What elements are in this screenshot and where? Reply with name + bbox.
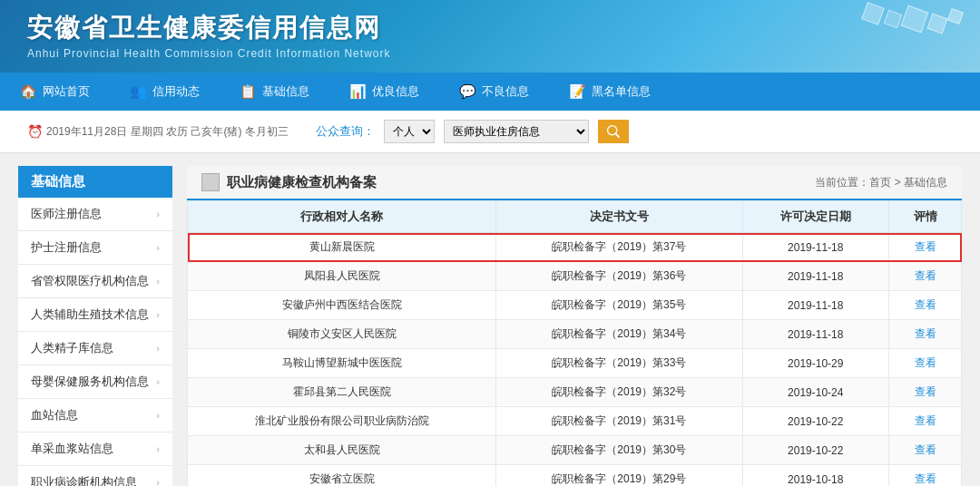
- sidebar-item-province[interactable]: 省管权限医疗机构信息 ›: [18, 265, 172, 298]
- sidebar-item-maternal[interactable]: 母婴保健服务机构信息 ›: [18, 365, 172, 399]
- view-link[interactable]: 查看: [915, 327, 936, 340]
- cell-link[interactable]: 查看: [889, 233, 962, 262]
- view-link[interactable]: 查看: [915, 298, 936, 311]
- cell-link[interactable]: 查看: [889, 465, 962, 487]
- cell-docno: 皖职检备字（2019）第36号: [496, 262, 742, 291]
- sidebar-assisted-label: 人类辅助生殖技术信息: [31, 306, 149, 323]
- cell-name: 安徽庐州中西医结合医院: [188, 291, 496, 320]
- home-icon: 🏠: [20, 83, 37, 100]
- type-select[interactable]: 个人 机构: [384, 120, 435, 143]
- clock-icon: ⏰: [27, 124, 43, 139]
- sidebar-item-plasma[interactable]: 单采血浆站信息 ›: [18, 433, 172, 466]
- col-date: 许可决定日期: [742, 201, 888, 233]
- nav-good[interactable]: 📊 优良信息: [329, 73, 439, 111]
- cell-docno: 皖职检备字（2019）第37号: [496, 233, 742, 262]
- nav-credit[interactable]: 👥 信用动态: [110, 73, 220, 111]
- cell-date: 2019-11-18: [742, 291, 888, 320]
- view-link[interactable]: 查看: [915, 269, 936, 282]
- sidebar-item-sperm[interactable]: 人类精子库信息 ›: [18, 332, 172, 365]
- cell-name: 淮北矿业股份有限公司职业病防治院: [188, 407, 496, 436]
- table-row: 安徽省立医院皖职检备字（2019）第29号2019-10-18查看: [188, 465, 962, 487]
- table-row: 铜陵市义安区人民医院皖职检备字（2019）第34号2019-11-18查看: [188, 320, 962, 349]
- arrow-icon-4: ›: [156, 309, 160, 320]
- cell-docno: 皖职检备字（2019）第32号: [496, 378, 742, 407]
- deco-cube-5: [947, 8, 964, 24]
- cell-name: 凤阳县人民医院: [188, 262, 496, 291]
- blacklist-icon: 📝: [569, 83, 586, 100]
- view-link[interactable]: 查看: [915, 385, 936, 398]
- cell-link[interactable]: 查看: [889, 378, 962, 407]
- query-select[interactable]: 医师执业住房信息 护士注册信息 其他信息: [444, 120, 589, 143]
- content-header: 职业病健康检查机构备案 当前位置：首页 > 基础信息: [187, 166, 962, 200]
- sidebar-occupational-label: 职业病诊断机构信息: [31, 474, 137, 486]
- sidebar-item-occupational[interactable]: 职业病诊断机构信息 ›: [18, 466, 172, 486]
- cell-docno: 皖职检备字（2019）第30号: [496, 436, 742, 465]
- cell-name: 铜陵市义安区人民医院: [188, 320, 496, 349]
- nav-basic-label: 基础信息: [262, 83, 309, 100]
- bad-icon: 💬: [459, 83, 476, 100]
- cell-link[interactable]: 查看: [889, 349, 962, 378]
- nav-basic[interactable]: 📋 基础信息: [220, 73, 329, 111]
- header-decoration: [864, 5, 962, 32]
- view-link[interactable]: 查看: [915, 240, 936, 253]
- title-icon: [201, 173, 220, 191]
- sidebar-item-doctor[interactable]: 医师注册信息 ›: [18, 198, 172, 231]
- sidebar-maternal-label: 母婴保健服务机构信息: [31, 374, 149, 390]
- nav-bad-label: 不良信息: [482, 83, 529, 100]
- sidebar-blood-label: 血站信息: [31, 407, 78, 423]
- col-docno: 决定书文号: [496, 201, 742, 233]
- view-link[interactable]: 查看: [915, 356, 936, 369]
- sidebar-item-nurse[interactable]: 护士注册信息 ›: [18, 231, 172, 265]
- cell-link[interactable]: 查看: [889, 436, 962, 465]
- deco-cube-1: [861, 2, 885, 25]
- col-name: 行政相对人名称: [188, 201, 496, 233]
- arrow-icon-7: ›: [156, 410, 160, 421]
- sidebar-plasma-label: 单采血浆站信息: [31, 441, 113, 457]
- deco-cube-2: [884, 10, 903, 29]
- site-subtitle: Anhui Provincial Health Commission Credi…: [27, 47, 953, 60]
- table-header-row: 行政相对人名称 决定书文号 许可决定日期 评情: [188, 201, 962, 233]
- search-icon: [607, 125, 620, 138]
- sidebar: 基础信息 医师注册信息 › 护士注册信息 › 省管权限医疗机构信息 › 人类辅助…: [18, 166, 172, 486]
- view-link[interactable]: 查看: [915, 443, 936, 456]
- sidebar-title: 基础信息: [18, 166, 172, 198]
- nav-blacklist-label: 黑名单信息: [592, 83, 651, 100]
- table-row: 凤阳县人民医院皖职检备字（2019）第36号2019-11-18查看: [188, 262, 962, 291]
- arrow-icon-1: ›: [156, 209, 160, 219]
- search-label: 公众查询：: [316, 123, 375, 140]
- content-title: 职业病健康检查机构备案: [227, 174, 377, 191]
- cell-date: 2019-11-18: [742, 233, 888, 262]
- cell-name: 黄山新晨医院: [188, 233, 496, 262]
- cell-date: 2019-10-18: [742, 465, 888, 487]
- cell-docno: 皖职检备字（2019）第29号: [496, 465, 742, 487]
- nav-home-label: 网站首页: [43, 83, 90, 100]
- cell-date: 2019-10-22: [742, 436, 888, 465]
- cell-date: 2019-10-24: [742, 378, 888, 407]
- arrow-icon-8: ›: [156, 443, 160, 454]
- cell-link[interactable]: 查看: [889, 262, 962, 291]
- good-icon: 📊: [349, 83, 367, 100]
- cell-date: 2019-10-22: [742, 407, 888, 436]
- date-text: 2019年11月28日 星期四 农历 己亥年(猪) 冬月初三: [46, 124, 289, 140]
- nav-bad[interactable]: 💬 不良信息: [439, 73, 549, 111]
- table-row: 太和县人民医院皖职检备字（2019）第30号2019-10-22查看: [188, 436, 962, 465]
- cell-link[interactable]: 查看: [889, 291, 962, 320]
- main-layout: 基础信息 医师注册信息 › 护士注册信息 › 省管权限医疗机构信息 › 人类辅助…: [0, 153, 980, 486]
- table-row: 霍邱县第二人民医院皖职检备字（2019）第32号2019-10-24查看: [188, 378, 962, 407]
- credit-icon: 👥: [130, 83, 147, 100]
- site-header: 安徽省卫生健康委信用信息网 Anhui Provincial Health Co…: [0, 0, 980, 73]
- search-button[interactable]: [598, 120, 629, 143]
- arrow-icon-2: ›: [156, 242, 160, 253]
- arrow-icon-9: ›: [156, 477, 160, 486]
- view-link[interactable]: 查看: [915, 472, 936, 485]
- sidebar-doctor-label: 医师注册信息: [31, 206, 102, 222]
- nav-blacklist[interactable]: 📝 黑名单信息: [549, 73, 671, 111]
- cell-link[interactable]: 查看: [889, 320, 962, 349]
- view-link[interactable]: 查看: [915, 414, 936, 427]
- nav-home[interactable]: 🏠 网站首页: [0, 73, 110, 111]
- sidebar-item-blood[interactable]: 血站信息 ›: [18, 399, 172, 433]
- sidebar-item-assisted[interactable]: 人类辅助生殖技术信息 ›: [18, 298, 172, 332]
- cell-date: 2019-10-29: [742, 349, 888, 378]
- cell-link[interactable]: 查看: [889, 407, 962, 436]
- data-table: 行政相对人名称 决定书文号 许可决定日期 评情 黄山新晨医院皖职检备字（2019…: [187, 200, 962, 486]
